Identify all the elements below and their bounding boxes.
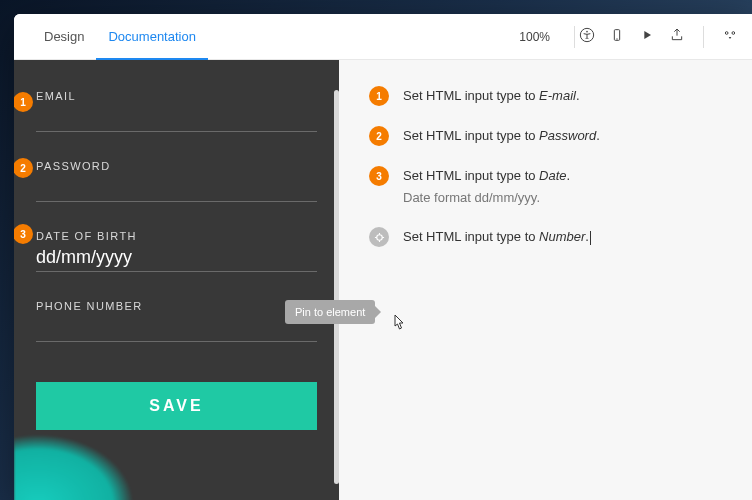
doc-text[interactable]: Set HTML input type to Date. Date format…: [403, 166, 570, 207]
pin-marker-2[interactable]: 2: [14, 158, 33, 178]
content-area: EMAIL PASSWORD DATE OF BIRTH PHONE NUMBE…: [14, 60, 752, 500]
svg-point-5: [725, 31, 728, 34]
form-preview-panel: EMAIL PASSWORD DATE OF BIRTH PHONE NUMBE…: [14, 60, 339, 500]
divider: [703, 26, 704, 48]
doc-badge-new[interactable]: [369, 227, 389, 247]
field-email: EMAIL: [36, 90, 317, 132]
field-password: PASSWORD: [36, 160, 317, 202]
zoom-level[interactable]: 100%: [519, 30, 550, 44]
email-label: EMAIL: [36, 90, 317, 102]
doc-badge-1[interactable]: 1: [369, 86, 389, 106]
play-icon[interactable]: [639, 27, 655, 47]
divider: [574, 26, 575, 48]
save-button[interactable]: SAVE: [36, 382, 317, 430]
password-input[interactable]: [36, 174, 317, 202]
app-window: Design Documentation 100% EMAIL PASSWORD: [14, 14, 752, 500]
export-icon[interactable]: [669, 27, 685, 47]
doc-badge-2[interactable]: 2: [369, 126, 389, 146]
field-dob: DATE OF BIRTH: [36, 230, 317, 272]
doc-item: 3 Set HTML input type to Date. Date form…: [369, 166, 726, 207]
cursor-pointer-icon: [390, 314, 406, 338]
svg-point-6: [732, 31, 735, 34]
pin-tooltip: Pin to element: [285, 300, 375, 324]
dob-label: DATE OF BIRTH: [36, 230, 317, 242]
phone-input[interactable]: [36, 314, 317, 342]
field-phone: PHONE NUMBER: [36, 300, 317, 342]
dob-input[interactable]: [36, 244, 317, 272]
tab-documentation[interactable]: Documentation: [96, 14, 207, 60]
svg-marker-4: [644, 31, 651, 39]
tab-design[interactable]: Design: [32, 14, 96, 60]
device-icon[interactable]: [609, 27, 625, 47]
settings-icon[interactable]: [722, 27, 738, 47]
topbar: Design Documentation 100%: [14, 14, 752, 60]
accessibility-icon[interactable]: [579, 27, 595, 47]
svg-point-1: [586, 30, 588, 32]
phone-label: PHONE NUMBER: [36, 300, 317, 312]
doc-text-editing[interactable]: Set HTML input type to Number.: [403, 227, 591, 247]
toolbar-icons: [579, 26, 738, 48]
password-label: PASSWORD: [36, 160, 317, 172]
decorative-shape: [14, 434, 134, 500]
documentation-panel: 1 Set HTML input type to E-mail. 2 Set H…: [339, 60, 752, 500]
doc-subtext: Date format dd/mm/yyy.: [403, 188, 570, 208]
doc-badge-3[interactable]: 3: [369, 166, 389, 186]
doc-item: 2 Set HTML input type to Password.: [369, 126, 726, 146]
doc-item-editing: Set HTML input type to Number.: [369, 227, 726, 247]
svg-point-7: [376, 234, 382, 240]
doc-text[interactable]: Set HTML input type to Password.: [403, 126, 600, 146]
pin-marker-1[interactable]: 1: [14, 92, 33, 112]
doc-item: 1 Set HTML input type to E-mail.: [369, 86, 726, 106]
pin-marker-3[interactable]: 3: [14, 224, 33, 244]
email-input[interactable]: [36, 104, 317, 132]
doc-text[interactable]: Set HTML input type to E-mail.: [403, 86, 580, 106]
